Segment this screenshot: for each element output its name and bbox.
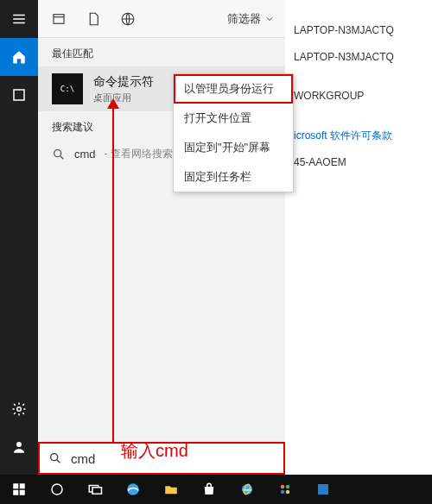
svg-rect-21 [318, 484, 328, 495]
ctx-run-as-admin[interactable]: 以管理员身份运行 [174, 74, 293, 104]
svg-rect-0 [14, 90, 24, 100]
ie-browser-button[interactable] [228, 475, 266, 504]
settings-button[interactable] [0, 390, 38, 428]
start-button[interactable] [0, 475, 38, 504]
license-link[interactable]: icrosoft 软件许可条款 [294, 123, 394, 149]
hamburger-menu-button[interactable] [0, 0, 38, 38]
svg-point-5 [54, 149, 61, 156]
start-search-panel: 筛选器 最佳匹配 C:\ 命令提示符 桌面应用 搜索建议 cmd - 查看网络搜… [38, 0, 285, 475]
pinned-app-generic[interactable] [304, 475, 342, 504]
svg-point-2 [16, 442, 22, 447]
svg-rect-7 [13, 483, 18, 488]
context-menu: 以管理员身份运行 打开文件位置 固定到"开始"屏幕 固定到任务栏 [173, 73, 294, 192]
svg-rect-3 [54, 14, 64, 23]
workgroup-value: WORKGROUP [294, 83, 394, 110]
svg-point-6 [51, 454, 58, 461]
taskbar [0, 475, 432, 504]
edge-browser-button[interactable] [114, 475, 152, 504]
svg-rect-9 [13, 490, 18, 495]
best-match-subtitle: 桌面应用 [93, 91, 154, 104]
recent-icon[interactable] [43, 3, 74, 35]
web-icon[interactable] [112, 3, 143, 35]
documents-icon[interactable] [78, 3, 109, 35]
product-id-value: 45-AAOEM [294, 149, 394, 176]
best-match-title: 命令提示符 [93, 74, 154, 90]
svg-point-18 [286, 485, 290, 489]
file-explorer-button[interactable] [152, 475, 190, 504]
best-match-section-title: 最佳匹配 [38, 38, 285, 66]
search-icon [52, 148, 66, 161]
filter-dropdown[interactable]: 筛选器 [222, 11, 280, 27]
apps-button[interactable] [0, 76, 38, 114]
svg-point-1 [17, 407, 22, 412]
chevron-down-icon [264, 14, 275, 24]
ctx-pin-to-start[interactable]: 固定到"开始"屏幕 [174, 133, 293, 162]
search-value: cmd [71, 451, 95, 466]
home-button[interactable] [0, 38, 38, 76]
computer-name-1: LAPTOP-N3MJACTQ [294, 17, 394, 44]
panel-header: 筛选器 [38, 0, 285, 38]
svg-rect-8 [20, 483, 25, 488]
search-icon [48, 451, 62, 465]
annotation-text: 输入cmd [121, 439, 188, 463]
system-info-background: LAPTOP-N3MJACTQ LAPTOP-N3MJACTQ WORKGROU… [294, 17, 394, 176]
svg-point-17 [281, 485, 285, 489]
task-view-button[interactable] [76, 475, 114, 504]
pinned-app-paint[interactable] [266, 475, 304, 504]
filter-label: 筛选器 [227, 11, 261, 27]
annotation-arrow-line [112, 104, 114, 442]
ctx-pin-to-taskbar[interactable]: 固定到任务栏 [174, 162, 293, 192]
cmd-app-icon: C:\ [52, 73, 83, 104]
svg-rect-13 [92, 488, 102, 495]
svg-rect-10 [20, 490, 25, 495]
annotation-arrow-head [107, 98, 119, 109]
computer-name-2: LAPTOP-N3MJACTQ [294, 44, 394, 71]
account-button[interactable] [0, 428, 38, 466]
start-side-rail [0, 0, 38, 475]
suggestion-query: cmd [74, 148, 96, 161]
svg-point-20 [286, 490, 290, 495]
store-button[interactable] [190, 475, 228, 504]
ctx-open-file-location[interactable]: 打开文件位置 [174, 104, 293, 133]
svg-point-11 [52, 484, 62, 495]
svg-point-19 [281, 490, 285, 495]
cortana-search-button[interactable] [38, 475, 76, 504]
